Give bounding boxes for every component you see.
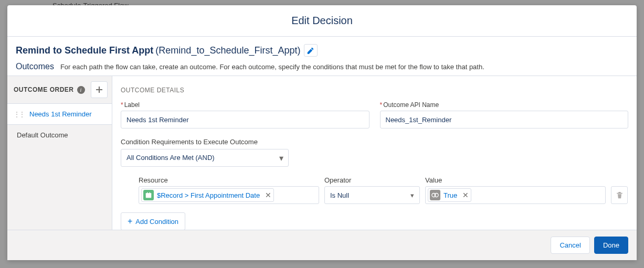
svg-rect-1 (146, 193, 152, 194)
element-label: Remind to Schedule First Appt (16, 45, 153, 56)
cancel-button[interactable]: Cancel (551, 237, 589, 254)
modal-header: Remind to Schedule First Appt (Remind_to… (7, 37, 637, 76)
modal-title: Edit Decision (7, 5, 637, 37)
outcome-sidebar: OUTCOME ORDER i ⋮⋮ Needs 1st Reminder De… (7, 76, 112, 230)
edit-decision-modal: Edit Decision Remind to Schedule First A… (7, 5, 637, 260)
condition-requirements-label: Condition Requirements to Execute Outcom… (121, 138, 628, 146)
condition-row: Resource $Record > First Appointment Dat… (139, 176, 628, 204)
svg-point-5 (435, 194, 438, 197)
resource-label: Resource (139, 176, 319, 184)
boolean-icon (430, 190, 440, 200)
done-button[interactable]: Done (594, 237, 628, 254)
pencil-icon (307, 47, 314, 54)
drag-handle-icon[interactable]: ⋮⋮ (14, 111, 24, 118)
svg-rect-3 (150, 192, 151, 194)
element-api-name: (Remind_to_Schedule_First_Appt) (155, 45, 300, 56)
remove-resource-icon[interactable]: ✕ (265, 191, 271, 199)
plus-icon (96, 86, 103, 93)
resource-input[interactable]: $Record > First Appointment Date ✕ (139, 186, 319, 204)
value-pill[interactable]: True ✕ (428, 188, 471, 202)
trash-icon (616, 191, 623, 199)
edit-label-button[interactable] (304, 44, 318, 57)
outcome-item-label: Default Outcome (17, 131, 68, 139)
chevron-down-icon: ▾ (410, 191, 414, 199)
value-input[interactable]: True ✕ (425, 186, 606, 204)
remove-value-icon[interactable]: ✕ (462, 191, 469, 199)
outcome-label-input[interactable] (121, 111, 369, 128)
add-condition-button[interactable]: + Add Condition (121, 212, 185, 230)
outcome-item-needs-1st-reminder[interactable]: ⋮⋮ Needs 1st Reminder (7, 103, 112, 125)
outcome-details-panel: OUTCOME DETAILS *Label *Outcome API Name… (112, 76, 637, 230)
info-icon[interactable]: i (77, 86, 85, 94)
value-label: Value (425, 176, 606, 184)
label-field-label: Label (124, 101, 140, 109)
outcomes-description: For each path the flow can take, create … (60, 63, 484, 71)
outcome-order-label: OUTCOME ORDER (14, 86, 74, 93)
add-condition-label: Add Condition (135, 218, 178, 226)
outcome-item-default[interactable]: Default Outcome (7, 125, 112, 145)
svg-rect-2 (147, 192, 148, 194)
operator-value: Is Null (330, 191, 349, 199)
resource-pill[interactable]: $Record > First Appointment Date ✕ (141, 188, 274, 202)
api-field-label: Outcome API Name (383, 101, 439, 109)
operator-select[interactable]: Is Null ▾ (324, 186, 420, 204)
resource-pill-text: $Record > First Appointment Date (157, 191, 260, 199)
add-outcome-button[interactable] (91, 81, 108, 98)
modal-footer: Cancel Done (7, 230, 637, 260)
date-icon (143, 190, 154, 200)
outcome-details-label: OUTCOME DETAILS (121, 87, 628, 94)
plus-icon: + (128, 217, 132, 226)
delete-condition-button[interactable] (611, 186, 628, 204)
operator-label: Operator (324, 176, 420, 184)
outcomes-heading: Outcomes (16, 62, 54, 71)
outcome-item-label: Needs 1st Reminder (29, 110, 92, 118)
value-pill-text: True (444, 191, 457, 199)
outcome-api-name-input[interactable] (380, 111, 629, 128)
condition-requirements-select[interactable]: All Conditions Are Met (AND) (121, 149, 289, 167)
